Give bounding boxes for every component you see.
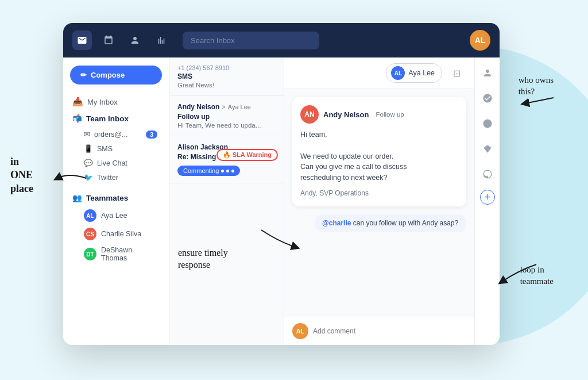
assignee-chip[interactable]: AL Aya Lee [386, 63, 442, 83]
analytics-nav-icon[interactable] [152, 30, 171, 50]
sidebar-item-orders[interactable]: ✉ orders@... 3 [70, 127, 162, 141]
comment-area: AL [284, 317, 474, 345]
conv-recipient: Aya Lee [228, 103, 251, 110]
conv-subject: Follow up [177, 113, 276, 121]
msg-header: AN Andy Nelson Follow up [300, 105, 458, 124]
orders-badge: 3 [146, 130, 157, 139]
conv-type: SMS [177, 72, 276, 80]
teammate-aya[interactable]: AL Aya Lee [70, 206, 162, 225]
user-avatar-top[interactable]: AL [470, 30, 490, 51]
sidebar-item-twitter[interactable]: 🐦 Twitter [70, 170, 162, 185]
conversation-missing-delivery[interactable]: Alison Jackson 🔥 SLA Warning Re: Missing… [169, 136, 284, 183]
teammate-avatar-aya: AL [84, 209, 96, 222]
calendar-nav-icon[interactable] [99, 30, 118, 50]
top-bar: AL [63, 23, 500, 57]
email-icon: ✉ [84, 130, 90, 139]
conversation-panel: AL Aya Lee ⊡ AN Andy Nelson Follow up Hi… [284, 57, 474, 345]
assignee-avatar: AL [391, 66, 405, 80]
comment-input[interactable] [313, 327, 466, 335]
conversation-followup[interactable]: Andy Nelson > Aya Lee Follow up Hi Team,… [169, 96, 284, 136]
conv-sender: Andy Nelson [177, 103, 219, 111]
teammate-deshawn[interactable]: DT DeShawn Thomas [70, 243, 162, 265]
compose-icon: ✏ [80, 71, 87, 79]
sms-icon: 📱 [84, 144, 93, 153]
teammate-charlie[interactable]: CS Charlie Silva [70, 225, 162, 243]
sidebar-item-sms[interactable]: 📱 SMS [70, 141, 162, 156]
msg-sender-avatar: AN [300, 105, 319, 124]
commenting-badge: Commenting [177, 166, 240, 176]
conversation-sms[interactable]: +1 (234) 567 8910 SMS Great News! [169, 57, 284, 96]
commenter-avatar: AL [292, 323, 308, 339]
crm-icon[interactable] [478, 89, 497, 108]
teammates-icon: 👥 [72, 193, 82, 202]
conv-arrow: > [222, 103, 225, 110]
msg-body: Hi team, We need to update our order. Ca… [300, 129, 458, 198]
contacts-nav-icon[interactable] [125, 30, 145, 50]
team-inbox-section[interactable]: 📬 Team Inbox [70, 111, 162, 126]
assign-icon[interactable]: ⊡ [447, 63, 466, 83]
search-bar[interactable] [183, 32, 319, 49]
app-window: AL ✏ Compose 📥 My Inbox 📬 Team Inbox ✉ o… [63, 23, 500, 345]
livechat-icon: 💬 [84, 159, 93, 167]
message-card: AN Andy Nelson Follow up Hi team, We nee… [292, 97, 466, 206]
sidebar-item-livechat[interactable]: 💬 Live Chat [70, 156, 162, 170]
teammate-avatar-deshawn: DT [84, 248, 96, 260]
sla-warning-badge: 🔥 SLA Warning [216, 149, 278, 161]
assign-person-icon[interactable] [478, 63, 497, 83]
diamond-icon[interactable] [478, 139, 497, 159]
inbox-icon: 📥 [72, 97, 83, 107]
my-inbox-section[interactable]: 📥 My Inbox [70, 94, 162, 110]
middle-panel: +1 (234) 567 8910 SMS Great News! Andy N… [169, 57, 284, 345]
conv-preview: Great News! [177, 82, 276, 89]
conv-header: AL Aya Lee ⊡ [284, 57, 474, 89]
annotation-in-one-place: inONEplace [10, 155, 33, 195]
salesforce-icon[interactable] [478, 114, 497, 133]
conv-phone: +1 (234) 567 8910 [177, 64, 276, 71]
teammate-avatar-charlie: CS [84, 228, 96, 240]
teammates-section: 👥 Teammates [70, 190, 162, 205]
search-input[interactable] [183, 32, 319, 49]
sidebar: ✏ Compose 📥 My Inbox 📬 Team Inbox ✉ orde… [63, 57, 169, 345]
inbox-nav-icon[interactable] [72, 30, 92, 50]
add-integration-icon[interactable]: + [480, 190, 495, 205]
right-icon-panel: + [474, 57, 500, 345]
compose-button[interactable]: ✏ Compose [70, 66, 162, 85]
twitter-icon: 🐦 [84, 173, 93, 182]
conv-preview2: Hi Team, We need to upda... [177, 122, 276, 129]
conv-body: AN Andy Nelson Follow up Hi team, We nee… [284, 89, 474, 317]
hubspot-icon[interactable] [478, 164, 497, 184]
team-inbox-icon: 📬 [72, 114, 82, 123]
mention-bubble: @charlie can you follow up with Andy asa… [315, 214, 466, 232]
main-content: ✏ Compose 📥 My Inbox 📬 Team Inbox ✉ orde… [63, 57, 500, 345]
